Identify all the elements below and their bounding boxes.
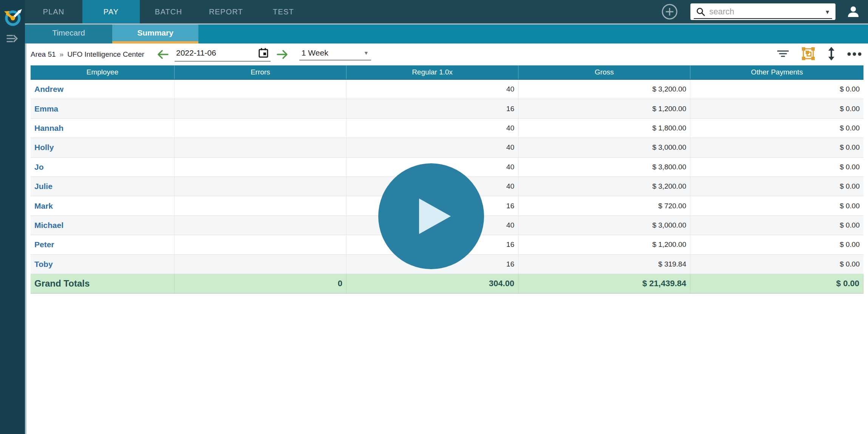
table-tools [765, 46, 868, 63]
date-value[interactable]: 2022-11-06 [176, 48, 216, 57]
cell-errors [175, 80, 347, 99]
cell-regular: 40 [347, 138, 518, 157]
previous-week-arrow-icon[interactable] [156, 49, 169, 60]
column-header-regular[interactable]: Regular 1.0x [347, 65, 518, 79]
employee-link[interactable]: Toby [31, 255, 175, 274]
cell-regular: 40 [347, 119, 518, 138]
nav-tab-pay[interactable]: PAY [82, 0, 140, 23]
breadcrumb-current[interactable]: UFO Intelligence Center [67, 50, 144, 59]
sidebar [0, 0, 25, 434]
video-play-button[interactable] [378, 163, 484, 269]
grand-totals-gross: $ 21,439.84 [518, 274, 690, 293]
period-value[interactable]: 1 Week [302, 48, 364, 57]
fit-columns-icon[interactable] [801, 46, 816, 63]
cell-errors [175, 119, 347, 138]
cell-gross: $ 1,800.00 [518, 119, 690, 138]
search-input[interactable] [709, 7, 822, 17]
grand-totals-errors: 0 [175, 274, 347, 293]
breadcrumb-separator: » [60, 50, 64, 59]
play-triangle-icon [419, 198, 451, 234]
search-dropdown-caret-icon[interactable]: ▼ [825, 9, 830, 15]
more-options-icon[interactable] [847, 51, 862, 58]
employee-link[interactable]: Jo [31, 158, 175, 177]
tab-summary[interactable]: Summary [112, 25, 198, 43]
cell-other: $ 0.00 [690, 177, 863, 196]
toolbar-row: Area 51 » UFO Intelligence Center 2022-1… [26, 43, 868, 65]
breadcrumb-root[interactable]: Area 51 [31, 50, 56, 59]
cell-other: $ 0.00 [690, 158, 863, 177]
cell-errors [175, 255, 347, 274]
period-select[interactable]: 1 Week ▼ [299, 48, 371, 60]
column-header-other-payments[interactable]: Other Payments [690, 65, 863, 79]
search-icon [696, 7, 706, 17]
date-field[interactable]: 2022-11-06 [175, 47, 271, 62]
search-box[interactable]: ▼ [690, 3, 836, 20]
cell-gross: $ 3,000.00 [518, 216, 690, 235]
nav-tab-test[interactable]: TEST [255, 0, 312, 23]
column-header-employee[interactable]: Employee [31, 65, 175, 79]
cell-other: $ 0.00 [690, 255, 863, 274]
filter-icon[interactable] [777, 49, 789, 60]
cell-errors [175, 138, 347, 157]
cell-other: $ 0.00 [690, 216, 863, 235]
cell-errors [175, 177, 347, 196]
employee-link[interactable]: Peter [31, 235, 175, 254]
employee-link[interactable]: Andrew [31, 80, 175, 99]
expand-rows-icon[interactable] [827, 47, 836, 62]
cell-errors [175, 196, 347, 215]
nav-tab-batch[interactable]: BATCH [140, 0, 197, 23]
nav-tab-report[interactable]: REPORT [197, 0, 255, 23]
cell-gross: $ 720.00 [518, 196, 690, 215]
cell-gross: $ 3,800.00 [518, 158, 690, 177]
top-navigation-bar: PLAN PAY BATCH REPORT TEST ▼ [25, 0, 868, 23]
period-caret-icon: ▼ [364, 50, 369, 56]
grand-totals-regular: 304.00 [347, 274, 518, 293]
cell-gross: $ 1,200.00 [518, 99, 690, 118]
cell-gross: $ 1,200.00 [518, 235, 690, 254]
calendar-icon[interactable] [258, 47, 269, 59]
cell-other: $ 0.00 [690, 119, 863, 138]
breadcrumb: Area 51 » UFO Intelligence Center [31, 50, 144, 59]
cell-gross: $ 3,200.00 [518, 177, 690, 196]
cell-regular: 40 [347, 80, 518, 99]
cell-other: $ 0.00 [690, 138, 863, 157]
table-row: Hannah40$ 1,800.00$ 0.00 [31, 119, 863, 138]
cell-regular: 16 [347, 99, 518, 118]
grand-totals-label: Grand Totals [31, 274, 175, 293]
sub-navigation-bar: Timecard Summary [25, 25, 868, 43]
grand-totals-row: Grand Totals 0 304.00 $ 21,439.84 $ 0.00 [31, 274, 863, 294]
employee-link[interactable]: Michael [31, 216, 175, 235]
grand-totals-other: $ 0.00 [690, 274, 863, 293]
employee-link[interactable]: Hannah [31, 119, 175, 138]
column-header-gross[interactable]: Gross [518, 65, 690, 79]
cell-errors [175, 158, 347, 177]
employee-link[interactable]: Mark [31, 196, 175, 215]
user-icon[interactable] [846, 5, 860, 19]
cell-other: $ 0.00 [690, 99, 863, 118]
sidebar-expand-icon[interactable] [6, 33, 19, 44]
tab-timecard[interactable]: Timecard [25, 25, 112, 43]
cell-other: $ 0.00 [690, 80, 863, 99]
employee-link[interactable]: Julie [31, 177, 175, 196]
search-underline [694, 18, 832, 19]
column-header-errors[interactable]: Errors [175, 65, 347, 79]
add-button[interactable] [661, 3, 678, 20]
cell-other: $ 0.00 [690, 196, 863, 215]
cell-errors [175, 99, 347, 118]
cell-errors [175, 235, 347, 254]
employee-link[interactable]: Emma [31, 99, 175, 118]
table-row: Emma16$ 1,200.00$ 0.00 [31, 99, 863, 118]
cell-gross: $ 3,200.00 [518, 80, 690, 99]
nav-separator-line [25, 23, 868, 25]
cell-gross: $ 319.84 [518, 255, 690, 274]
table-header-row: Employee Errors Regular 1.0x Gross Other… [31, 65, 863, 80]
app-logo-icon [2, 6, 23, 27]
table-row: Andrew40$ 3,200.00$ 0.00 [31, 80, 863, 99]
cell-errors [175, 216, 347, 235]
employee-link[interactable]: Holly [31, 138, 175, 157]
cell-gross: $ 3,000.00 [518, 138, 690, 157]
nav-tab-plan[interactable]: PLAN [25, 0, 82, 23]
cell-other: $ 0.00 [690, 235, 863, 254]
nav-right-cluster: ▼ [661, 3, 868, 20]
next-week-arrow-icon[interactable] [276, 49, 289, 60]
